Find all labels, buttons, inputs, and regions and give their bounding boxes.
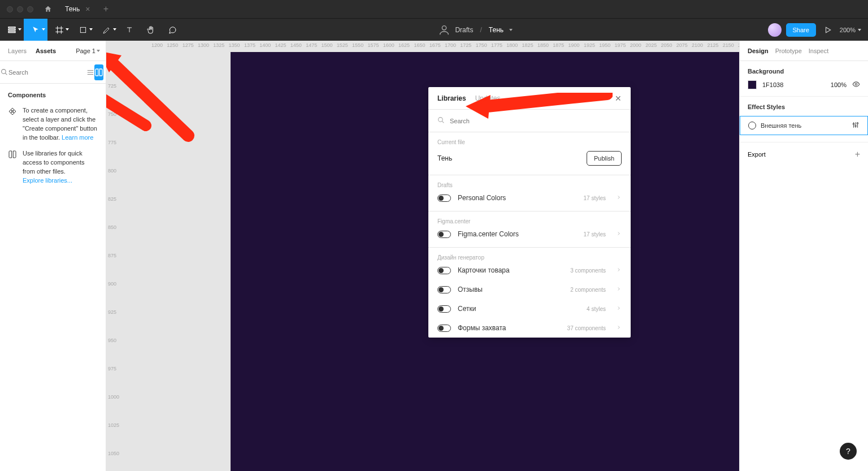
- library-row[interactable]: Figma.center Colors 17 styles: [428, 224, 631, 244]
- pen-tool[interactable]: [95, 19, 119, 41]
- close-window-dot[interactable]: [7, 6, 13, 12]
- library-meta: 4 styles: [587, 306, 606, 312]
- share-button[interactable]: Share: [786, 23, 816, 37]
- window-controls[interactable]: [0, 6, 40, 12]
- tab-assets[interactable]: Assets: [31, 47, 60, 54]
- page-select[interactable]: Page 1: [76, 47, 106, 54]
- library-row[interactable]: Отзывы 2 components: [428, 280, 631, 299]
- comment-tool[interactable]: [162, 19, 183, 41]
- zoom-select[interactable]: 200%: [840, 27, 861, 33]
- tab-design[interactable]: Design: [748, 47, 773, 54]
- avatar[interactable]: [768, 23, 782, 37]
- present-button[interactable]: [821, 26, 835, 34]
- chevron-down-icon: [97, 50, 100, 52]
- library-toggle[interactable]: [437, 267, 451, 274]
- background-swatch[interactable]: [748, 80, 757, 89]
- library-meta: 3 components: [570, 267, 606, 274]
- current-file-row: Тень Publish: [428, 145, 631, 171]
- svg-point-13: [857, 123, 858, 124]
- library-name: Сетки: [458, 305, 580, 313]
- effect-name: Внешняя тень: [761, 122, 847, 129]
- explore-libraries-link[interactable]: Explore libraries...: [23, 177, 72, 184]
- zoom-value: 200%: [840, 27, 856, 33]
- library-toggle[interactable]: [437, 325, 451, 332]
- svg-point-5: [2, 70, 6, 74]
- learn-more-link[interactable]: Learn more: [62, 134, 93, 141]
- chevron-down-icon[interactable]: [509, 29, 513, 31]
- right-panel: Design Prototype Inspect Background 1F10…: [739, 41, 868, 471]
- min-window-dot[interactable]: [17, 6, 23, 12]
- library-toggle[interactable]: [437, 286, 451, 293]
- grid-view-icon[interactable]: [86, 68, 94, 76]
- svg-point-11: [853, 123, 854, 124]
- library-row[interactable]: Карточки товара 3 components: [428, 261, 631, 280]
- page-label: Page 1: [76, 47, 96, 54]
- home-icon[interactable]: [40, 5, 56, 13]
- chevron-down-icon: [858, 29, 861, 31]
- file-tab[interactable]: Тень ×: [56, 0, 99, 18]
- library-name: Figma.center Colors: [458, 230, 577, 238]
- modal-section-fc: Figma.center: [428, 211, 631, 224]
- assets-search-input[interactable]: [8, 69, 86, 76]
- frame-tool[interactable]: [47, 19, 71, 41]
- canvas[interactable]: 1200125012751300132513501375140014251450…: [106, 41, 739, 471]
- library-row[interactable]: Сетки 4 styles: [428, 299, 631, 318]
- add-tab-button[interactable]: +: [99, 4, 112, 14]
- add-export-button[interactable]: +: [855, 149, 860, 159]
- modal-section-dg: Дизайн генератор: [428, 248, 631, 261]
- background-hex[interactable]: 1F1038: [762, 81, 825, 88]
- close-icon[interactable]: ✕: [615, 94, 622, 103]
- max-window-dot[interactable]: [27, 6, 33, 12]
- annotation-arrow-2: [106, 51, 211, 153]
- visibility-icon[interactable]: [852, 80, 860, 89]
- library-name: Отзывы: [458, 286, 563, 293]
- svg-point-12: [855, 126, 856, 127]
- components-section-title: Components: [0, 84, 106, 103]
- svg-point-6: [439, 118, 443, 122]
- effect-style-item[interactable]: Внешняя тень: [740, 116, 868, 135]
- chevron-right-icon: [616, 286, 622, 293]
- left-panel: Layers Assets Page 1: [0, 41, 106, 471]
- breadcrumb[interactable]: Drafts / Тень: [183, 24, 768, 36]
- help-button[interactable]: ?: [840, 443, 857, 460]
- library-row[interactable]: Personal Colors 17 styles: [428, 188, 631, 208]
- search-icon: [0, 68, 8, 76]
- modal-section-drafts: Drafts: [428, 175, 631, 188]
- shape-tool[interactable]: [71, 19, 95, 41]
- tab-layers[interactable]: Layers: [0, 47, 31, 54]
- settings-icon[interactable]: [852, 121, 860, 130]
- library-toggle[interactable]: [437, 195, 451, 202]
- libraries-help-item: Use libraries for quick access to compon…: [0, 146, 106, 189]
- breadcrumb-separator: /: [480, 26, 481, 34]
- team-library-button[interactable]: [94, 64, 103, 80]
- move-tool[interactable]: [24, 19, 47, 41]
- background-opacity[interactable]: 100%: [831, 81, 847, 88]
- svg-point-10: [855, 83, 857, 85]
- breadcrumb-root: Drafts: [455, 26, 473, 34]
- current-file-name: Тень: [437, 154, 580, 162]
- libraries-help-text: Use libraries for quick access to compon…: [23, 150, 84, 175]
- ruler-horizontal: 1200125012751300132513501375140014251450…: [118, 41, 739, 52]
- file-tab-label: Тень: [65, 5, 80, 13]
- components-help-item: To create a component, select a layer an…: [0, 103, 106, 146]
- export-title: Export: [748, 151, 766, 158]
- library-toggle[interactable]: [437, 305, 451, 313]
- main-menu-button[interactable]: [0, 19, 24, 41]
- library-meta: 17 styles: [584, 195, 606, 201]
- text-tool[interactable]: [119, 19, 140, 41]
- effect-icon: [748, 122, 756, 129]
- library-meta: 17 styles: [584, 231, 606, 237]
- library-name: Формы захвата: [458, 324, 561, 332]
- library-toggle[interactable]: [437, 231, 451, 238]
- library-row[interactable]: Формы захвата 37 components: [428, 318, 631, 338]
- modal-tab-libraries[interactable]: Libraries: [437, 94, 466, 102]
- hand-tool[interactable]: [140, 19, 162, 41]
- tab-inspect[interactable]: Inspect: [809, 47, 833, 54]
- effects-title: Effect Styles: [748, 103, 860, 110]
- publish-button[interactable]: Publish: [587, 151, 622, 166]
- tab-prototype[interactable]: Prototype: [775, 47, 806, 54]
- search-icon: [437, 116, 450, 125]
- breadcrumb-file: Тень: [489, 26, 504, 34]
- annotation-arrow-3: [466, 93, 613, 132]
- close-tab-icon[interactable]: ×: [85, 5, 90, 14]
